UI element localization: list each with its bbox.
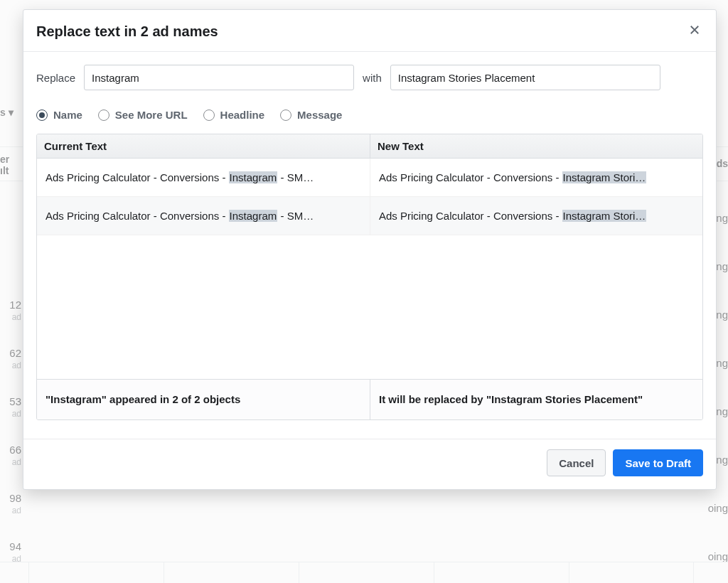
table-row: Ads Pricing Calculator - Conversions - I… — [37, 197, 702, 235]
dialog-footer: Cancel Save to Draft — [23, 439, 716, 489]
current-text-cell: Ads Pricing Calculator - Conversions - I… — [37, 159, 370, 196]
cancel-button[interactable]: Cancel — [547, 449, 606, 476]
table-header: Current Text New Text — [37, 134, 702, 159]
replace-text-dialog: Replace text in 2 ad names Replace with … — [23, 9, 717, 490]
table-row: Ads Pricing Calculator - Conversions - I… — [37, 159, 702, 197]
close-icon — [688, 23, 701, 39]
radio-dot-icon — [36, 109, 48, 121]
new-text-cell: Ads Pricing Calculator - Conversions - I… — [370, 159, 702, 196]
radio-see-more-url[interactable]: See More URL — [98, 109, 188, 121]
new-text-cell: Ads Pricing Calculator - Conversions - I… — [370, 197, 702, 235]
col-new-header: New Text — [370, 134, 702, 158]
dialog-title: Replace text in 2 ad names — [36, 23, 218, 40]
table-footer: "Instagram" appeared in 2 of 2 objects I… — [37, 379, 702, 419]
comparison-table: Current Text New Text Ads Pricing Calcul… — [36, 134, 703, 420]
footer-summary-right: It will be replaced by "Instagram Storie… — [370, 380, 702, 419]
radio-name[interactable]: Name — [36, 109, 82, 121]
col-current-header: Current Text — [37, 134, 370, 158]
save-to-draft-button[interactable]: Save to Draft — [613, 449, 703, 476]
radio-dot-icon — [280, 109, 291, 121]
close-button[interactable] — [686, 23, 703, 40]
current-text-cell: Ads Pricing Calculator - Conversions - I… — [37, 197, 370, 235]
radio-name-label: Name — [53, 109, 82, 121]
replace-input[interactable] — [390, 65, 660, 90]
with-label: with — [363, 72, 382, 84]
find-input[interactable] — [84, 65, 354, 90]
radio-headline-label: Headline — [220, 109, 265, 121]
radio-message[interactable]: Message — [280, 109, 342, 121]
find-replace-row: Replace with — [36, 65, 703, 90]
radio-message-label: Message — [297, 109, 342, 121]
footer-summary-left: "Instagram" appeared in 2 of 2 objects — [37, 380, 370, 419]
radio-dot-icon — [203, 109, 215, 121]
field-radio-group: Name See More URL Headline Message — [36, 109, 703, 121]
replace-label: Replace — [36, 72, 75, 84]
radio-seemore-label: See More URL — [115, 109, 188, 121]
radio-dot-icon — [98, 109, 109, 121]
radio-headline[interactable]: Headline — [203, 109, 265, 121]
dialog-header: Replace text in 2 ad names — [23, 10, 716, 52]
